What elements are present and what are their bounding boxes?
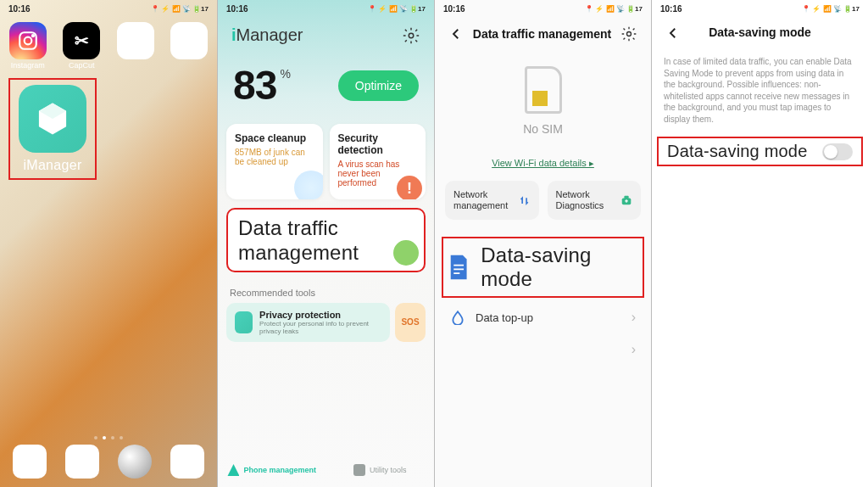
svg-point-1 (24, 37, 31, 45)
card-desc: A virus scan has never been performed (338, 160, 418, 188)
score-row: 83% Optimize (218, 50, 434, 124)
updown-icon (519, 192, 530, 209)
data-traffic-management-highlight[interactable]: Data traffic management (226, 208, 426, 272)
tab-label: Utility tools (370, 466, 407, 474)
status-time: 10:16 (8, 4, 31, 14)
dsm-title: Data-saving mode (481, 244, 639, 291)
svg-rect-6 (624, 196, 628, 199)
status-bar: 10:16 📍 ⚡ 📶 📡 🔋17 (0, 0, 217, 17)
dock (0, 445, 217, 479)
status-time: 10:16 (660, 4, 682, 14)
dock-app-3[interactable] (118, 445, 152, 479)
screen-title: Data traffic management (473, 27, 611, 41)
app-instagram[interactable]: Instagram (8, 22, 47, 70)
btn-label: Network Diagnostics (556, 189, 615, 211)
screen-header: Data traffic management (435, 17, 651, 51)
rec-title-text: Privacy protection (259, 310, 381, 320)
bottom-tabs: Phone management Utility tools (218, 453, 434, 487)
space-cleanup-card[interactable]: Space cleanup 857MB of junk can be clean… (226, 124, 323, 199)
app-label: Instagram (11, 61, 45, 70)
back-icon[interactable] (665, 25, 681, 41)
screen-title: Data-saving mode (709, 25, 811, 39)
imanager-label: iManager (23, 158, 81, 173)
gear-icon[interactable] (620, 25, 637, 42)
card-desc: 857MB of junk can be cleaned up (235, 148, 314, 166)
card-title: Space cleanup (235, 132, 314, 144)
dock-app-2[interactable] (65, 445, 99, 479)
blank-icon (170, 22, 208, 59)
toggle-label: Data-saving mode (667, 142, 808, 161)
blank-icon (117, 22, 154, 59)
chevron-right-icon: › (632, 342, 636, 357)
optimize-button[interactable]: Optimize (338, 70, 419, 101)
app-row: Instagram ✂︎ CapCut (0, 17, 217, 75)
rec-desc-text: Protect your personal info to prevent pr… (259, 320, 381, 335)
back-icon[interactable] (448, 26, 464, 42)
tab-icon (353, 464, 365, 476)
chevron-right-icon: › (632, 310, 636, 325)
imanager-screen: 10:16 📍 ⚡ 📶 📡 🔋17 iManager 83% Optimize … (217, 0, 434, 487)
sim-icon (525, 66, 562, 114)
app-capcut[interactable]: ✂︎ CapCut (63, 22, 102, 70)
page-dots (0, 436, 217, 439)
network-buttons: Network management Network Diagnostics (435, 181, 651, 220)
tab-utility-tools[interactable]: Utility tools (326, 453, 435, 487)
toggle-switch[interactable] (822, 143, 853, 160)
capcut-icon: ✂︎ (63, 22, 100, 59)
app-blank-1[interactable] (116, 22, 155, 70)
network-diagnostics-button[interactable]: Network Diagnostics (548, 181, 642, 220)
tab-label: Phone management (243, 466, 316, 474)
gear-icon[interactable] (402, 26, 420, 45)
row-label: Data top-up (476, 311, 533, 324)
privacy-protection-card[interactable]: Privacy protection Protect your personal… (226, 303, 390, 342)
optimize-score: 83% (233, 62, 290, 109)
app-header: iManager (218, 17, 434, 50)
topup-icon (450, 310, 465, 325)
data-saving-toggle-row[interactable]: Data-saving mode (657, 137, 863, 166)
status-time: 10:16 (443, 4, 465, 14)
wifi-details-link[interactable]: View Wi-Fi data details ▸ (492, 158, 594, 169)
dock-app-1[interactable] (13, 445, 47, 479)
extra-row[interactable]: › (435, 333, 651, 366)
tab-phone-management[interactable]: Phone management (218, 453, 326, 487)
document-icon (447, 253, 470, 282)
dtm-title: Data traffic management (238, 216, 414, 266)
status-icons: 📍 ⚡ 📶 📡 🔋17 (802, 5, 860, 13)
tab-icon (227, 464, 239, 476)
status-bar: 10:16 📍 ⚡ 📶 📡 🔋17 (218, 0, 434, 17)
data-topup-row[interactable]: Data top-up › (435, 301, 651, 333)
svg-point-2 (32, 35, 34, 36)
status-bar: 10:16 📍 ⚡ 📶 📡 🔋17 (435, 0, 651, 17)
btn-label: Network management (453, 189, 514, 211)
brand: iManager (231, 25, 303, 45)
home-screen: 10:16 📍 ⚡ 📶 📡 🔋17 Instagram ✂︎ CapCut iM… (0, 0, 217, 487)
imanager-highlight[interactable]: iManager (8, 78, 97, 180)
svg-point-4 (626, 32, 631, 36)
recommended-title: Recommended tools (230, 288, 422, 298)
instagram-icon (9, 22, 47, 59)
dock-app-4[interactable] (170, 445, 204, 479)
recommended-row: Privacy protection Protect your personal… (226, 303, 426, 342)
cube-icon (235, 311, 253, 333)
diagnostics-icon (620, 192, 632, 209)
security-detection-card[interactable]: Security detection A virus scan has neve… (330, 124, 426, 199)
status-icons: 📍 ⚡ 📶 📡 🔋17 (368, 5, 426, 13)
app-label: CapCut (69, 61, 95, 70)
sos-card[interactable]: SOS (395, 303, 426, 342)
app-blank-2[interactable] (170, 22, 209, 70)
data-traffic-screen: 10:16 📍 ⚡ 📶 📡 🔋17 Data traffic managemen… (434, 0, 651, 487)
status-icons: 📍 ⚡ 📶 📡 🔋17 (151, 5, 209, 13)
brand-rest: Manager (236, 25, 303, 44)
data-saving-mode-highlight[interactable]: Data-saving mode (442, 237, 644, 298)
data-saving-mode-screen: 10:16 📍 ⚡ 📶 📡 🔋17 Data-saving mode In ca… (651, 0, 868, 487)
info-cards: Space cleanup 857MB of junk can be clean… (218, 124, 434, 199)
no-sim-label: No SIM (523, 122, 563, 136)
imanager-icon (19, 85, 86, 153)
screen-header: Data-saving mode (652, 17, 868, 48)
card-title: Security detection (338, 132, 418, 156)
status-bar: 10:16 📍 ⚡ 📶 📡 🔋17 (652, 0, 868, 17)
network-management-button[interactable]: Network management (445, 181, 539, 220)
status-time: 10:16 (226, 4, 248, 14)
svg-point-3 (409, 33, 414, 38)
sim-status: No SIM (435, 51, 651, 143)
